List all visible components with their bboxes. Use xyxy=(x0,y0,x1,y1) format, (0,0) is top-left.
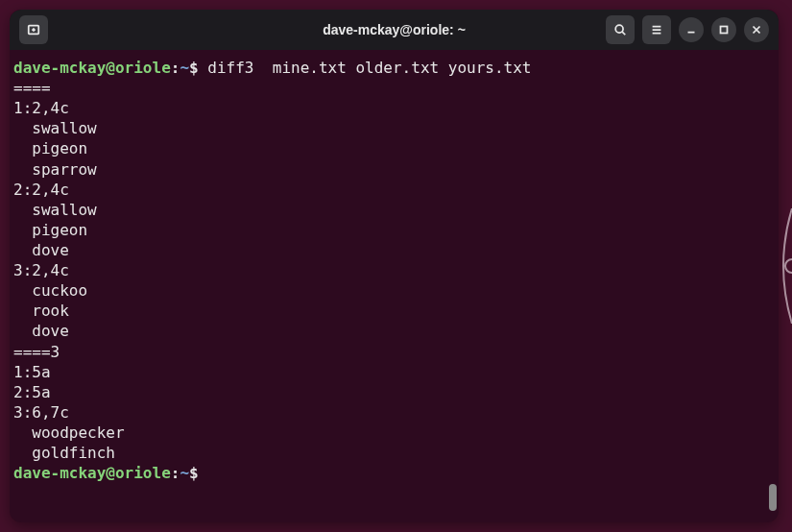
titlebar: dave-mckay@oriole: ~ xyxy=(10,10,779,50)
output-line: pigeon xyxy=(13,220,775,240)
minimize-button[interactable] xyxy=(679,17,704,42)
output-line: ====3 xyxy=(13,342,775,362)
edge-arc-icon xyxy=(773,208,792,324)
prompt-user-host: dave-mckay@oriole xyxy=(13,464,171,482)
output-line: sparrow xyxy=(13,159,775,180)
maximize-icon xyxy=(717,23,731,36)
svg-line-4 xyxy=(622,32,625,35)
output-line: dove xyxy=(13,240,775,260)
prompt-colon: : xyxy=(171,464,180,482)
prompt-line-2: dave-mckay@oriole:~$ xyxy=(13,463,775,483)
output-line: rook xyxy=(13,301,775,321)
output-line: swallow xyxy=(13,200,775,220)
menu-button[interactable] xyxy=(642,15,671,44)
new-tab-button[interactable] xyxy=(19,15,48,44)
minimize-icon xyxy=(684,23,698,36)
window-title: dave-mckay@oriole: ~ xyxy=(323,22,466,37)
svg-point-3 xyxy=(615,25,623,33)
command-1: diff3 mine.txt older.txt yours.txt xyxy=(207,59,531,77)
output-line: 3:6,7c xyxy=(13,402,775,423)
output-line: 2:5a xyxy=(13,382,775,402)
output-line: 1:2,4c xyxy=(13,98,775,118)
terminal-window: dave-mckay@oriole: ~ xyxy=(10,10,779,522)
search-icon xyxy=(613,23,627,36)
svg-point-12 xyxy=(785,259,792,273)
output-line: 2:2,4c xyxy=(13,180,775,200)
output-line: dove xyxy=(13,321,775,341)
edge-indicator xyxy=(773,208,792,324)
output-line: woodpecker xyxy=(13,423,775,443)
output-line: goldfinch xyxy=(13,443,775,463)
close-icon xyxy=(750,23,763,36)
output-line: ==== xyxy=(13,78,775,98)
prompt-colon: : xyxy=(171,59,180,77)
output-line: cuckoo xyxy=(13,280,775,301)
scrollbar-thumb[interactable] xyxy=(769,484,777,511)
hamburger-icon xyxy=(650,23,663,36)
prompt-line-1: dave-mckay@oriole:~$ diff3 mine.txt olde… xyxy=(13,58,775,78)
output-line: swallow xyxy=(13,118,775,138)
output-line: 3:2,4c xyxy=(13,260,775,280)
prompt-path: ~ xyxy=(180,59,189,77)
prompt-user-host: dave-mckay@oriole xyxy=(13,59,171,77)
output-line: 1:5a xyxy=(13,362,775,382)
svg-rect-9 xyxy=(721,27,728,34)
output-line: pigeon xyxy=(13,138,775,158)
prompt-dollar: $ xyxy=(189,59,199,77)
new-tab-icon xyxy=(27,23,40,36)
search-button[interactable] xyxy=(606,15,635,44)
prompt-dollar: $ xyxy=(189,464,199,482)
maximize-button[interactable] xyxy=(711,17,736,42)
terminal-content[interactable]: dave-mckay@oriole:~$ diff3 mine.txt olde… xyxy=(10,50,779,522)
prompt-path: ~ xyxy=(180,464,189,482)
close-button[interactable] xyxy=(744,17,769,42)
